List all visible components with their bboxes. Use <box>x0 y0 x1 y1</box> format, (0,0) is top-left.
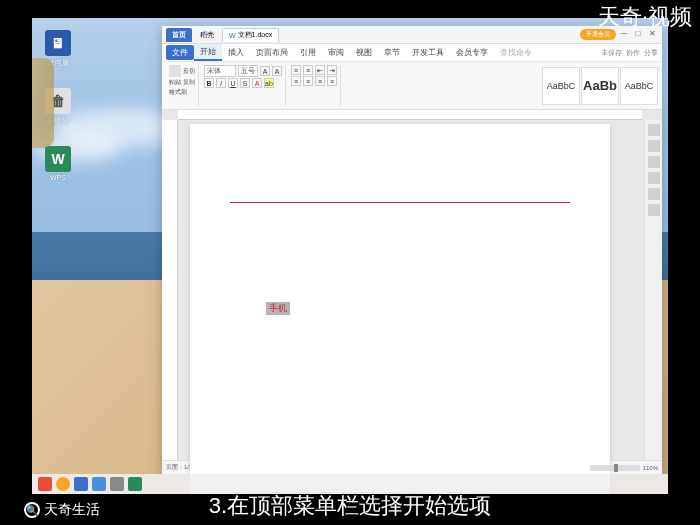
menu-file[interactable]: 文件 <box>166 45 194 60</box>
sidebar-tool-icon[interactable] <box>648 172 660 184</box>
font-color-button[interactable]: A <box>252 78 262 88</box>
grow-font-button[interactable]: A <box>260 66 270 76</box>
titlebar: 首页 稻壳 W文档1.docx 开通会员 ─ □ ✕ <box>162 26 662 44</box>
size-select[interactable]: 五号 <box>238 65 258 77</box>
sidebar-select-icon[interactable] <box>648 140 660 152</box>
align-center-button[interactable]: ≡ <box>303 76 313 86</box>
italic-button[interactable]: I <box>216 78 226 88</box>
taskbar-start-icon[interactable] <box>38 477 52 491</box>
align-left-button[interactable]: ≡ <box>291 76 301 86</box>
style-heading2[interactable]: AaBbC <box>620 67 658 105</box>
zoom-slider[interactable] <box>590 465 640 471</box>
paste-icon[interactable] <box>169 65 181 77</box>
menu-layout[interactable]: 页面布局 <box>250 45 294 60</box>
share-button[interactable]: 分享 <box>644 48 658 58</box>
selected-text[interactable]: 手机 <box>266 302 290 315</box>
tab-document[interactable]: W文档1.docx <box>222 28 279 42</box>
ruler-vertical[interactable] <box>162 120 178 460</box>
taskbar-icon[interactable] <box>110 477 124 491</box>
menu-section[interactable]: 章节 <box>378 45 406 60</box>
menu-search[interactable]: 查找命令 <box>494 45 538 60</box>
bold-button[interactable]: B <box>204 78 214 88</box>
watermark-top-right: 天奇·视频 <box>598 2 692 32</box>
document-hr <box>230 202 570 203</box>
desktop-icon-wps[interactable]: WWPS <box>42 146 74 188</box>
watermark-bottom-left: 🔍天奇生活 <box>24 501 100 519</box>
indent-left-button[interactable]: ⇤ <box>315 65 325 75</box>
taskbar-icon[interactable] <box>92 477 106 491</box>
document-area: 手机 <box>162 110 662 460</box>
align-right-button[interactable]: ≡ <box>315 76 325 86</box>
ribbon-font: 宋体 五号 A A B I U S A ab <box>201 65 286 106</box>
logo-icon: 🔍 <box>24 502 40 518</box>
align-justify-button[interactable]: ≡ <box>327 76 337 86</box>
wps-window: 首页 稻壳 W文档1.docx 开通会员 ─ □ ✕ 文件 开始 插入 页面布局… <box>162 26 662 474</box>
status-page[interactable]: 页面：1/1 <box>166 463 192 472</box>
menu-view[interactable]: 视图 <box>350 45 378 60</box>
bullet-list-button[interactable]: ≡ <box>291 65 301 75</box>
sidebar-tool-icon[interactable] <box>648 204 660 216</box>
tab-home[interactable]: 首页 <box>166 28 192 42</box>
taskbar-icon[interactable] <box>74 477 88 491</box>
ribbon: 剪切 粘贴复制 格式刷 宋体 五号 A A B I U S A ab <box>162 62 662 110</box>
menu-dev[interactable]: 开发工具 <box>406 45 450 60</box>
indent-right-button[interactable]: ⇥ <box>327 65 337 75</box>
ribbon-paragraph: ≡ ≡ ⇤ ⇥ ≡ ≡ ≡ ≡ <box>288 65 341 106</box>
style-heading1[interactable]: AaBb <box>581 67 619 105</box>
underline-button[interactable]: U <box>228 78 238 88</box>
copy-button[interactable]: 复制 <box>183 78 195 87</box>
tab-docer[interactable]: 稻壳 <box>194 28 220 42</box>
ribbon-styles: AaBbC AaBb AaBbC <box>542 65 658 106</box>
format-painter-button[interactable]: 格式刷 <box>169 88 187 97</box>
ruler-horizontal[interactable] <box>178 110 642 120</box>
cut-button[interactable]: 剪切 <box>183 67 195 76</box>
tablet-frame: 🖥此电脑 🗑回收站 WWPS 首页 稻壳 W文档1.docx 开通会员 ─ □ … <box>10 0 690 512</box>
taskbar-icon[interactable] <box>56 477 70 491</box>
subtitle-text: 3.在顶部菜单栏选择开始选项 <box>209 491 491 521</box>
number-list-button[interactable]: ≡ <box>303 65 313 75</box>
unsaved-label: 未保存 <box>601 48 622 58</box>
document-page[interactable]: 手机 <box>190 124 610 494</box>
font-select[interactable]: 宋体 <box>204 65 236 77</box>
zoom-value[interactable]: 110% <box>643 465 658 471</box>
wallpaper-plant <box>32 58 54 148</box>
sidebar-nav-icon[interactable] <box>648 124 660 136</box>
menubar: 文件 开始 插入 页面布局 引用 审阅 视图 章节 开发工具 会员专享 查找命令… <box>162 44 662 62</box>
desktop-screen: 🖥此电脑 🗑回收站 WWPS 首页 稻壳 W文档1.docx 开通会员 ─ □ … <box>32 18 668 494</box>
collab-button[interactable]: 协作 <box>626 48 640 58</box>
menu-review[interactable]: 审阅 <box>322 45 350 60</box>
highlight-button[interactable]: ab <box>264 78 274 88</box>
taskbar-icon[interactable] <box>128 477 142 491</box>
style-normal[interactable]: AaBbC <box>542 67 580 105</box>
menu-tools[interactable]: 会员专享 <box>450 45 494 60</box>
menu-start[interactable]: 开始 <box>194 44 222 61</box>
doc-title: 文档1.docx <box>238 30 273 40</box>
menu-ref[interactable]: 引用 <box>294 45 322 60</box>
icon-label: WPS <box>42 174 74 181</box>
strike-button[interactable]: S <box>240 78 250 88</box>
sidebar-limit-icon[interactable] <box>648 156 660 168</box>
sidebar-tool-icon[interactable] <box>648 188 660 200</box>
menu-insert[interactable]: 插入 <box>222 45 250 60</box>
right-sidebar <box>644 120 662 460</box>
shrink-font-button[interactable]: A <box>272 66 282 76</box>
paste-button[interactable]: 粘贴 <box>169 78 181 87</box>
ribbon-clipboard: 剪切 粘贴复制 格式刷 <box>166 65 199 106</box>
